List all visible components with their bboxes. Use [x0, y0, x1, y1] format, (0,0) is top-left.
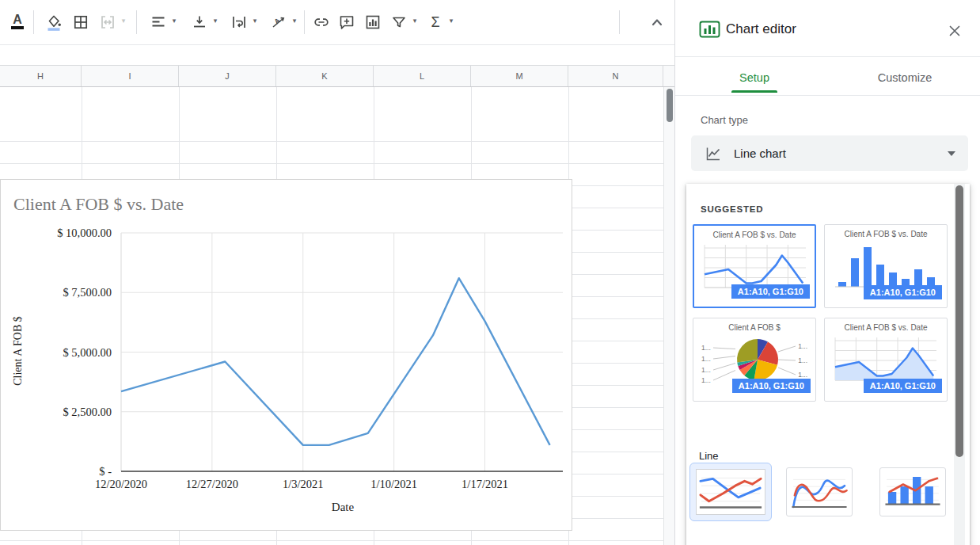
toolbar-divider	[0, 44, 674, 45]
chevron-up-icon	[648, 13, 667, 32]
card-title: Client A FOB $ vs. Date	[825, 230, 947, 238]
column-headers: HIJKLMN	[0, 65, 674, 87]
chart-type-select[interactable]: Line chart	[691, 135, 968, 171]
area-chart-thumbnail	[830, 334, 941, 385]
data-range-badge: A1:A10, G1:G10	[864, 285, 942, 299]
svg-text:12/27/2020: 12/27/2020	[186, 478, 238, 490]
tab-setup[interactable]: Setup	[713, 71, 796, 90]
create-filter-button[interactable]	[388, 11, 410, 33]
functions-button[interactable]: Σ	[424, 11, 446, 33]
text-color-swatch	[11, 26, 24, 29]
functions-caret[interactable]: ▾	[446, 17, 456, 25]
borders-button[interactable]	[70, 11, 92, 33]
tab-customize[interactable]: Customize	[857, 71, 952, 90]
text-rotation-icon: A	[269, 13, 288, 32]
column-header-J[interactable]: J	[179, 66, 276, 86]
fill-color-button[interactable]	[43, 11, 65, 33]
column-chart-thumbnail	[830, 241, 941, 292]
column-header-L[interactable]: L	[374, 66, 471, 86]
column-header-I[interactable]: I	[82, 66, 179, 86]
text-wrapping-button[interactable]	[228, 11, 250, 33]
insert-chart-button[interactable]	[362, 11, 384, 33]
svg-text:1/17/2021: 1/17/2021	[462, 478, 508, 490]
svg-text:1...: 1...	[701, 355, 711, 363]
embedded-chart[interactable]: Client A FOB $ vs. Date Client A FOB $ D…	[0, 179, 572, 531]
merge-cells-button[interactable]	[97, 11, 119, 33]
column-header-K[interactable]: K	[276, 66, 374, 86]
svg-text:1/10/2021: 1/10/2021	[370, 478, 417, 490]
card-title: Client A FOB $ vs. Date	[694, 231, 815, 239]
chart-editor-icon	[699, 19, 720, 43]
dropdown-scrollbar-thumb[interactable]	[955, 185, 963, 457]
text-wrapping-icon	[230, 13, 249, 32]
svg-text:$ 7,500.00: $ 7,500.00	[63, 286, 112, 299]
line-chart-icon	[704, 144, 723, 163]
line-chart-style-icon	[697, 470, 765, 514]
line-style-standard[interactable]	[689, 463, 772, 521]
insert-link-button[interactable]	[310, 11, 332, 33]
toolbar-separator	[619, 10, 620, 34]
panel-divider	[675, 95, 980, 96]
collapse-toolbar-button[interactable]	[646, 11, 668, 33]
suggested-chart-card-pie[interactable]: Client A FOB $1...1...1...1...1...1...1.…	[693, 318, 816, 402]
line-style-standard-card	[696, 469, 765, 515]
grid-row-line	[0, 163, 663, 164]
horizontal-align-caret[interactable]: ▾	[169, 17, 179, 25]
suggested-chart-card-line[interactable]: Client A FOB $ vs. DateA1:A10, G1:G10	[693, 224, 816, 308]
vertical-align-caret[interactable]: ▾	[211, 17, 220, 25]
column-header-N[interactable]: N	[568, 66, 663, 86]
sheet-vertical-scrollbar[interactable]	[663, 87, 674, 545]
merge-cells-caret[interactable]: ▾	[119, 17, 128, 25]
panel-divider	[675, 56, 980, 57]
insert-comment-icon	[337, 13, 356, 32]
vertical-align-icon	[190, 13, 209, 32]
card-title: Client A FOB $	[693, 323, 815, 332]
chart-type-dropdown: SUGGESTED Line	[686, 184, 970, 545]
chart-type-label: Chart type	[701, 114, 748, 126]
active-tab-underline	[731, 90, 777, 93]
line-style-combo[interactable]	[879, 467, 946, 516]
combo-chart-style-icon	[883, 472, 943, 512]
chart-type-value: Line chart	[734, 147, 786, 160]
text-rotation-caret[interactable]: ▾	[290, 17, 299, 25]
smooth-line-chart-style-icon	[789, 472, 849, 512]
text-color-icon: A	[11, 15, 24, 25]
close-panel-button[interactable]	[946, 22, 963, 40]
column-header-M[interactable]: M	[471, 66, 568, 86]
insert-comment-button[interactable]	[336, 11, 358, 33]
svg-text:1...: 1...	[798, 342, 807, 350]
data-range-badge: A1:A10, G1:G10	[732, 379, 811, 393]
column-header-H[interactable]: H	[0, 66, 82, 86]
svg-text:1/3/2021: 1/3/2021	[283, 478, 324, 490]
formatting-toolbar: A ▾ ▾ ▾	[0, 0, 674, 44]
svg-text:$ -: $ -	[99, 465, 112, 478]
toolbar-separator	[33, 10, 34, 34]
chart-plot-area: $ -$ 2,500.00$ 5,000.00$ 7,500.00$ 10,00…	[1, 180, 573, 532]
sheet-scrollbar-thumb[interactable]	[667, 89, 673, 122]
select-caret-icon	[948, 151, 955, 156]
suggested-chart-card-area[interactable]: Client A FOB $ vs. DateA1:A10, G1:G10	[824, 318, 948, 402]
card-title: Client A FOB $ vs. Date	[825, 323, 947, 332]
suggested-chart-card-column[interactable]: Client A FOB $ vs. DateA1:A10, G1:G10	[824, 224, 948, 308]
text-wrapping-caret[interactable]: ▾	[250, 17, 260, 25]
vertical-align-button[interactable]	[188, 11, 211, 33]
suggested-section-label: SUGGESTED	[701, 204, 763, 214]
functions-icon: Σ	[431, 14, 439, 31]
create-filter-caret[interactable]: ▾	[410, 17, 420, 25]
grid-row-line	[0, 540, 663, 541]
line-section-label: Line	[699, 450, 719, 462]
horizontal-align-button[interactable]	[147, 11, 169, 33]
svg-text:$ 5,000.00: $ 5,000.00	[63, 346, 112, 359]
pie-chart-thumbnail: 1...1...1...1...1...1...1...	[699, 334, 810, 385]
text-rotation-button[interactable]: A	[268, 11, 290, 33]
panel-title: Chart editor	[726, 21, 796, 37]
data-range-badge: A1:A10, G1:G10	[864, 379, 942, 393]
chart-editor-panel: Chart editor Setup Customize Chart type …	[674, 0, 980, 545]
horizontal-align-icon	[149, 13, 168, 32]
borders-icon	[71, 13, 90, 32]
svg-text:1...: 1...	[701, 344, 711, 352]
grid-row-line	[0, 141, 663, 142]
text-color-button[interactable]: A	[6, 11, 28, 33]
svg-text:1...: 1...	[798, 371, 807, 379]
line-style-smooth[interactable]	[786, 467, 853, 516]
